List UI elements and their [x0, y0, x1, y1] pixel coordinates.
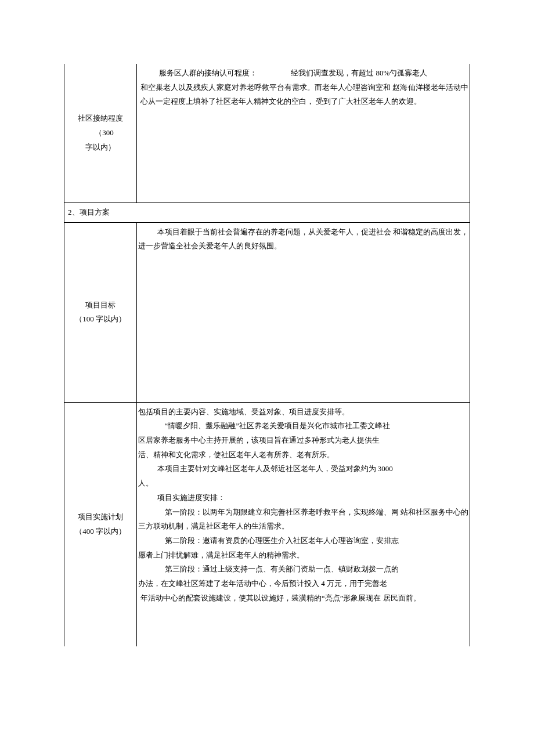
plan-p9: 第二阶段：邀请有资质的心理医生介入社区老年人心理咨询室，安排志	[138, 534, 468, 548]
content-plan: 包括项目的主要内容、实施地域、受益对象、项目进度安排等。 “情暖夕阳、耋乐融融”…	[137, 403, 470, 646]
plan-p11: 第三阶段：通过上级支持一点、有关部门资助一点、镇财政划拨一点的	[138, 562, 468, 577]
label-goal: 项目目标 （100 字以内）	[64, 223, 137, 402]
label-goal-text2: （100 字以内）	[75, 312, 126, 327]
plan-p8: 第一阶段：以两年为期限建立和完善社区养老呼救平台，实现终端、网 站和社区服务中心…	[138, 505, 468, 534]
plan-p2: “情暖夕阳、耋乐融融”社区养老关爱项目是兴化市城市社工委文峰社	[138, 419, 468, 433]
acceptance-p2: 和空巢老人以及残疾人家庭对养老呼救平台有需求。而老年人心理咨询室和 赵海仙洋楼老…	[138, 81, 468, 109]
content-goal: 本项目着眼于当前社会普遍存在的养老问题，从关爱老年人，促进社会 和谐稳定的高度出…	[137, 223, 470, 402]
label-acceptance-text2: （300	[95, 128, 114, 137]
row-plan: 项目实施计划 （400 字以内） 包括项目的主要内容、实施地域、受益对象、项目进…	[64, 403, 470, 646]
label-plan: 项目实施计划 （400 字以内）	[64, 403, 137, 646]
row-acceptance: 社区接纳程度 （300 字以内） 服务区人群的接纳认可程度： 经我们调查发现，有…	[64, 64, 470, 203]
plan-p1: 包括项目的主要内容、实施地域、受益对象、项目进度安排等。	[138, 405, 468, 419]
plan-p10: 愿者上门排忧解难，满足社区老年人的精神需求。	[138, 548, 468, 563]
section-header-plan: 2、项目方案	[64, 203, 470, 223]
goal-p1: 本项目着眼于当前社会普遍存在的养老问题，从关爱老年人，促进社会 和谐稳定的高度出…	[138, 225, 468, 254]
plan-p12: 办法，在文峰社区筹建了老年活动中心，今后预计投入 4 万元，用于完善老	[138, 577, 468, 591]
label-plan-text2: （400 字以内）	[75, 525, 126, 539]
section-header-text: 2、项目方案	[68, 208, 110, 216]
label-acceptance-text3: 字以内）	[85, 140, 116, 155]
plan-p4: 活、精神和文化需求，使社区老年人老有所养、老有所乐。	[138, 448, 468, 462]
document-table: 社区接纳程度 （300 字以内） 服务区人群的接纳认可程度： 经我们调查发现，有…	[64, 64, 470, 646]
label-acceptance-text1: 社区接纳程度	[78, 114, 123, 122]
plan-p7: 项目实施进度安排：	[138, 491, 468, 505]
plan-p3: 区居家养老服务中心主持开展的，该项目旨在通过多种形式为老人提供生	[138, 433, 468, 448]
content-acceptance: 服务区人群的接纳认可程度： 经我们调查发现，有超过 80%勺孤寡老人 和空巢老人…	[137, 64, 470, 202]
label-acceptance: 社区接纳程度 （300 字以内）	[64, 64, 137, 202]
plan-p6: 人。	[138, 476, 468, 491]
label-plan-text1: 项目实施计划	[78, 510, 123, 525]
acceptance-suffix: 经我们调查发现，有超过 80%勺孤寡老人	[291, 68, 427, 77]
plan-p13: 年活动中心的配套设施建设，使其以设施好，装潢精的“亮点”形象展现在 居民面前。	[138, 591, 468, 606]
row-goal: 项目目标 （100 字以内） 本项目着眼于当前社会普遍存在的养老问题，从关爱老年…	[64, 223, 470, 403]
plan-p5: 本项目主要针对文峰社区老年人及邻近社区老年人，受益对象约为 3000	[138, 462, 468, 476]
label-goal-text1: 项目目标	[85, 298, 116, 313]
acceptance-prefix: 服务区人群的接纳认可程度：	[159, 68, 257, 77]
